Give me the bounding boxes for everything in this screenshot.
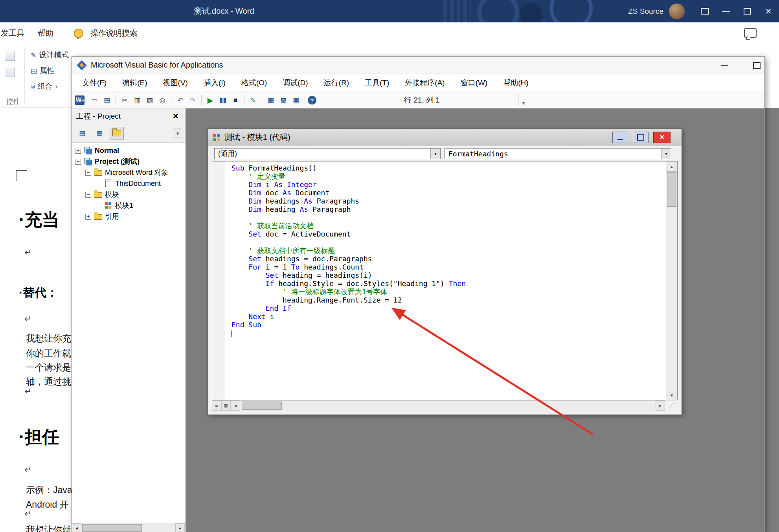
- vba-menu-item[interactable]: 运行(R): [316, 78, 357, 88]
- vba-menu-item[interactable]: 编辑(E): [114, 78, 155, 88]
- view-microsoft-word-button[interactable]: W: [75, 95, 85, 105]
- design-mode-button[interactable]: ✎: [247, 94, 259, 106]
- tree-expander[interactable]: −: [85, 192, 91, 198]
- help-button[interactable]: ?: [308, 96, 316, 105]
- control-icon[interactable]: [5, 67, 15, 77]
- project-tree-item[interactable]: +引用: [72, 211, 185, 222]
- chevron-down-icon[interactable]: ▾: [661, 149, 671, 159]
- project-horizontal-scrollbar[interactable]: ◂ ▸: [72, 523, 185, 532]
- scrollbar-track[interactable]: [81, 523, 175, 532]
- vba-titlebar: Microsoft Visual Basic for Applications …: [72, 57, 764, 74]
- cut-button[interactable]: ✂: [119, 94, 130, 106]
- copy-button[interactable]: ▥: [131, 94, 143, 106]
- scroll-right-button[interactable]: ▸: [175, 523, 185, 532]
- full-module-view-button[interactable]: ≣: [221, 400, 231, 411]
- procedure-dropdown[interactable]: FormatHeadings ▾: [445, 148, 671, 159]
- scrollbar-thumb[interactable]: [667, 172, 676, 207]
- tree-expander[interactable]: −: [75, 159, 81, 165]
- control-icon[interactable]: [5, 51, 15, 61]
- properties-button[interactable]: ▤ 属性: [31, 66, 55, 76]
- insert-userform-button[interactable]: ▭: [88, 94, 100, 106]
- undo-button[interactable]: ↶: [174, 94, 186, 106]
- chevron-down-icon[interactable]: ▾: [430, 149, 440, 159]
- vba-maximize-button[interactable]: [749, 59, 764, 71]
- procedure-view-button[interactable]: ≡: [212, 400, 221, 411]
- project-tree-item[interactable]: −模块: [72, 189, 185, 200]
- scroll-left-button[interactable]: ◂: [231, 400, 240, 411]
- paste-button[interactable]: ▧: [144, 94, 156, 106]
- redo-button[interactable]: ↷: [187, 94, 198, 106]
- project-scroll-down-button[interactable]: ▾: [173, 128, 182, 138]
- toggle-folders-button[interactable]: [110, 127, 124, 139]
- tree-expander[interactable]: +: [85, 214, 91, 220]
- toolbar-options-button[interactable]: ▾: [518, 94, 528, 106]
- code-close-button[interactable]: ✕: [653, 132, 671, 143]
- vba-menu-item[interactable]: 调试(D): [275, 78, 316, 88]
- view-code-button[interactable]: ▤: [75, 127, 89, 139]
- toolbar-separator: [201, 95, 202, 105]
- scrollbar-track[interactable]: [240, 400, 656, 411]
- scrollbar-thumb[interactable]: [242, 402, 282, 410]
- vba-menu-item[interactable]: 帮助(H): [495, 78, 536, 88]
- minimize-button[interactable]: —: [715, 0, 737, 22]
- tab-help[interactable]: 帮助: [38, 22, 53, 44]
- comment-icon[interactable]: [744, 28, 757, 38]
- ribbon-display-options-button[interactable]: [694, 0, 715, 22]
- code-horizontal-scrollbar[interactable]: ≡ ≣ ◂ ▸: [212, 400, 665, 411]
- tree-expander[interactable]: −: [85, 170, 91, 176]
- view-object-button[interactable]: ▦: [92, 127, 107, 139]
- project-tree-item[interactable]: −Microsoft Word 对象: [72, 167, 185, 178]
- break-button[interactable]: ▮▮: [217, 94, 229, 106]
- document-page[interactable]: ·充当 ↵ ·替代： ↵ 我想让你充 你的工作就 一个请求是 轴，通过挑 ↵ ·…: [0, 108, 72, 532]
- close-button[interactable]: ✕: [758, 0, 779, 22]
- project-tree-item[interactable]: −Project (测试): [72, 156, 185, 167]
- object-dropdown[interactable]: (通用) ▾: [214, 148, 441, 159]
- toolbox-button[interactable]: ▣: [290, 94, 302, 106]
- project-explorer-close-button[interactable]: ✕: [171, 111, 181, 121]
- code-window-titlebar[interactable]: 测试 - 模块1 (代码) ✕: [208, 129, 682, 146]
- vba-minimize-button[interactable]: —: [717, 59, 732, 71]
- save-button[interactable]: ▤: [101, 94, 113, 106]
- code-editor-area: Sub FormatHeadings() ' 定义变量 Dim i As Int…: [212, 161, 678, 400]
- code-text[interactable]: Sub FormatHeadings() ' 定义变量 Dim i As Int…: [225, 161, 666, 337]
- project-explorer-button[interactable]: ▦: [265, 94, 277, 106]
- design-mode-icon: ✎: [31, 51, 36, 59]
- avatar[interactable]: [669, 4, 685, 19]
- code-editor[interactable]: Sub FormatHeadings() ' 定义变量 Dim i As Int…: [225, 161, 666, 400]
- design-mode-button[interactable]: ✎ 设计模式: [31, 50, 69, 60]
- vba-menu-item[interactable]: 工具(T): [357, 78, 397, 88]
- vba-menu-item[interactable]: 视图(V): [155, 78, 196, 88]
- tab-developer[interactable]: 发工具: [1, 22, 24, 44]
- properties-window-button[interactable]: ▩: [277, 94, 289, 106]
- resize-grip[interactable]: ⋰: [665, 400, 678, 411]
- vba-menu-item[interactable]: 外接程序(A): [397, 78, 452, 88]
- scroll-left-button[interactable]: ◂: [72, 523, 81, 532]
- code-maximize-button[interactable]: [633, 132, 649, 143]
- code-vertical-scrollbar[interactable]: ▴ ▾: [666, 161, 677, 400]
- code-minimize-button[interactable]: [612, 132, 628, 143]
- scroll-up-button[interactable]: ▴: [666, 161, 677, 172]
- project-tree-item[interactable]: +Normal: [72, 145, 185, 156]
- tell-me-search[interactable]: 操作说明搜索: [90, 22, 138, 44]
- maximize-button[interactable]: [737, 0, 758, 22]
- account-name[interactable]: ZS Source: [628, 7, 663, 16]
- document-heading: ·替代：: [19, 285, 58, 301]
- scroll-right-button[interactable]: ▸: [656, 400, 665, 411]
- code-margin-gutter[interactable]: [212, 161, 225, 400]
- find-button[interactable]: ◎: [156, 94, 168, 106]
- group-button[interactable]: ⧈ 组合 ▾: [31, 81, 58, 92]
- vba-menu-item[interactable]: 窗口(W): [453, 78, 496, 88]
- group-label: 组合: [38, 81, 53, 92]
- vba-menu-item[interactable]: 格式(O): [233, 78, 275, 88]
- project-tree-item[interactable]: ThisDocument: [72, 178, 185, 189]
- run-button[interactable]: ▶: [204, 94, 216, 106]
- vba-menu-item[interactable]: 文件(F): [74, 78, 114, 88]
- reset-button[interactable]: ■: [230, 94, 241, 106]
- scroll-down-button[interactable]: ▾: [666, 390, 677, 400]
- vba-menu-item[interactable]: 插入(I): [196, 78, 233, 88]
- scrollbar-thumb[interactable]: [82, 524, 142, 532]
- project-tree-item[interactable]: 模块1: [72, 200, 185, 211]
- toolbar-separator: [262, 95, 262, 105]
- document-paragraph-line: 轴，通过挑: [26, 376, 71, 388]
- tree-expander[interactable]: +: [75, 148, 81, 154]
